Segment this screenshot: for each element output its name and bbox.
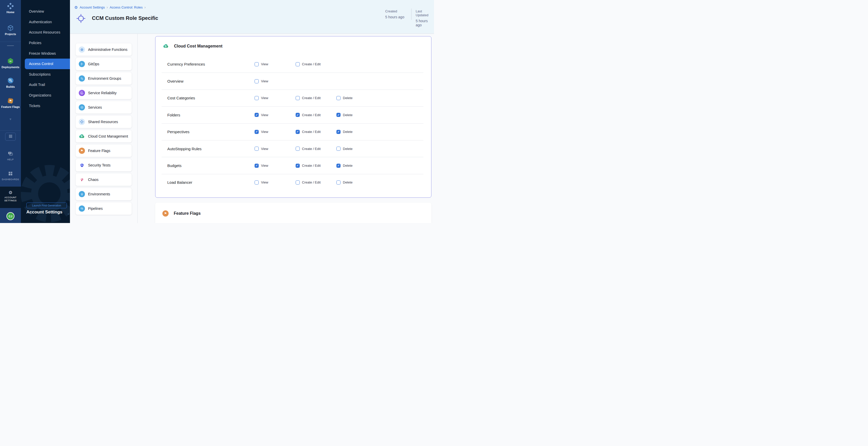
sidebar-item-freeze-windows[interactable]: Freeze Windows — [21, 48, 70, 59]
rail-module-projects[interactable]: Projects — [0, 24, 21, 36]
breadcrumb: ⚙ Account Settings › Access Control: Rol… — [74, 5, 146, 9]
resource-category-environment-groups[interactable]: Environment Groups — [75, 72, 132, 85]
permission-checkbox-label: View — [261, 96, 268, 100]
chevron-down-icon: ▼ — [0, 116, 21, 123]
breadcrumb-account-settings[interactable]: Account Settings — [80, 5, 105, 9]
permission-row-currency-preferences: Currency PreferencesViewCreate / Edit — [162, 56, 424, 72]
created-meta: Created 5 hours ago — [385, 9, 404, 19]
resource-category-administrative-functions[interactable]: ⚙Administrative Functions — [75, 43, 132, 56]
resource-category-label: Services — [88, 105, 102, 109]
sidebar-item-access-control[interactable]: Access Control — [25, 59, 70, 69]
permission-checkbox[interactable] — [296, 164, 300, 168]
breadcrumb-separator: › — [106, 5, 108, 9]
resource-category-pipelines[interactable]: Pipelines — [75, 202, 132, 215]
sidenav-title: Account Settings — [26, 210, 62, 215]
permission-view: View — [254, 62, 296, 66]
last-updated-meta: Last Updated 5 hours ago — [416, 9, 434, 27]
permission-checkbox[interactable] — [254, 130, 259, 134]
svg-text:$: $ — [81, 135, 82, 137]
rail-label: DASHBOARDS — [0, 178, 21, 181]
svg-text:$: $ — [165, 45, 166, 47]
breadcrumb-gear-icon[interactable]: ⚙ — [74, 5, 78, 9]
builds-icon — [0, 77, 21, 84]
permission-checkbox-label: View — [261, 79, 268, 83]
permission-view: View — [254, 96, 296, 100]
role-crosshair-icon — [76, 14, 86, 24]
permission-checkbox[interactable] — [336, 130, 341, 134]
sidebar-item-organizations[interactable]: Organizations — [21, 90, 70, 101]
sidebar-item-overview[interactable]: Overview — [21, 6, 70, 17]
resource-category-shared-resources[interactable]: Shared Resources — [75, 116, 132, 128]
rail-more-modules[interactable]: ▼ — [0, 116, 21, 123]
sidebar-item-tickets[interactable]: Tickets — [21, 100, 70, 111]
sidebar-item-authentication[interactable]: Authentication — [21, 17, 70, 27]
permission-checkbox[interactable] — [336, 113, 341, 117]
permission-checkbox[interactable] — [336, 96, 341, 100]
breadcrumb-separator: › — [145, 5, 146, 9]
breadcrumb-access-control-roles[interactable]: Access Control: Roles — [110, 5, 143, 9]
permission-create-edit: Create / Edit — [296, 96, 337, 100]
permissions-body: ⚙Administrative FunctionsGitOpsEnvironme… — [70, 34, 434, 223]
rail-help[interactable]: ? HELP — [0, 150, 21, 161]
permission-create-edit: Create / Edit — [296, 62, 337, 66]
module-picker-button[interactable] — [5, 133, 16, 141]
rail-label: HELP — [0, 158, 21, 161]
permission-checkbox[interactable] — [254, 96, 259, 100]
permission-rows: Currency PreferencesViewCreate / EditOve… — [155, 56, 431, 191]
permission-checkbox[interactable] — [296, 147, 300, 151]
permission-checkbox-label: Create / Edit — [302, 113, 321, 117]
permission-checkbox-label: View — [261, 181, 268, 184]
permission-view: View — [254, 130, 296, 134]
permission-checkbox[interactable] — [296, 96, 300, 100]
permission-checkbox[interactable] — [254, 62, 259, 66]
permission-checkbox[interactable] — [296, 181, 300, 185]
rail-account-settings[interactable]: ⚙ ACCOUNT SETTINGS — [0, 187, 21, 208]
rail-module-builds[interactable]: Builds — [0, 77, 21, 88]
resource-category-label: Chaos — [88, 178, 98, 182]
sidebar-item-subscriptions[interactable]: Subscriptions — [21, 69, 70, 80]
resource-category-cloud-cost-management[interactable]: $Cloud Cost Management — [75, 130, 132, 142]
permission-checkbox[interactable] — [254, 147, 259, 151]
page-title: CCM Custom Role Specific — [92, 15, 158, 21]
rail-module-deployments[interactable]: ∞ Deployments — [0, 57, 21, 69]
sidebar-item-account-resources[interactable]: Account Resources — [21, 27, 70, 38]
rail-label: Builds — [0, 85, 21, 88]
resource-category-feature-flags[interactable]: ⚑Feature Flags — [75, 145, 132, 157]
sidebar-item-policies[interactable]: Policies — [21, 38, 70, 48]
resource-category-label: Administrative Functions — [88, 47, 128, 52]
rail-module-home[interactable]: Home — [0, 2, 21, 14]
resource-category-service-reliability[interactable]: Service Reliability — [75, 87, 132, 99]
permission-checkbox-label: Delete — [343, 164, 353, 167]
resource-category-chaos[interactable]: Chaos — [75, 173, 132, 186]
rail-dashboards[interactable]: DASHBOARDS — [0, 170, 21, 181]
permission-checkbox[interactable] — [254, 164, 259, 168]
resource-category-environments[interactable]: Environments — [75, 188, 132, 200]
permission-checkbox[interactable] — [254, 113, 259, 117]
permission-checkbox[interactable] — [254, 79, 259, 83]
launch-first-generation-button[interactable]: Launch First Generation — [26, 202, 67, 208]
permission-checkbox-label: Delete — [343, 181, 353, 184]
administrative-functions-icon: ⚙ — [79, 46, 85, 53]
resource-category-services[interactable]: Services — [75, 101, 132, 114]
permission-row-load-balancer: Load BalancerViewCreate / EditDelete — [162, 174, 424, 191]
permission-checkbox[interactable] — [336, 181, 341, 185]
permission-checkbox-label: Create / Edit — [302, 164, 321, 167]
resource-category-label: Security Tests — [88, 163, 111, 167]
rail-module-feature-flags[interactable]: ⚑ Feature Flags — [0, 97, 21, 108]
permission-checkbox[interactable] — [296, 130, 300, 134]
resource-category-gitops[interactable]: GitOps — [75, 58, 132, 70]
permission-checkbox[interactable] — [254, 181, 259, 185]
collapse-sidenav-icon[interactable]: ◀ — [67, 213, 69, 215]
permission-checkbox[interactable] — [336, 164, 341, 168]
rail-label: Home — [0, 10, 21, 14]
sidebar-item-audit-trail[interactable]: Audit Trail — [21, 79, 70, 90]
module-rail: Home Projects ∞ Deployments — [0, 0, 21, 223]
avatar[interactable]: CJ — [6, 212, 14, 220]
permission-checkbox[interactable] — [336, 147, 341, 151]
permission-checkbox[interactable] — [296, 62, 300, 66]
resource-category-security-tests[interactable]: Security Tests — [75, 159, 132, 171]
permission-create-edit: Create / Edit — [296, 130, 337, 134]
sidenav-list: OverviewAuthenticationAccount ResourcesP… — [21, 0, 70, 111]
permission-checkbox-label: Delete — [343, 96, 353, 100]
permission-checkbox[interactable] — [296, 113, 300, 117]
